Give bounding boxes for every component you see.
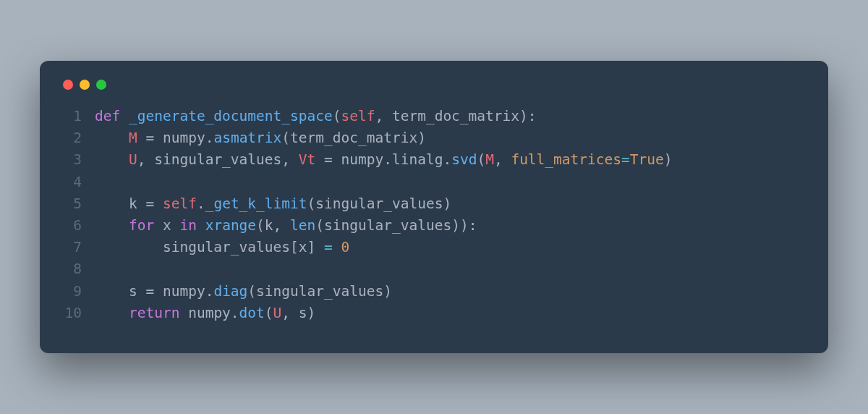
line-number: 8 (61, 258, 95, 280)
code-line: 4 (61, 172, 807, 193)
code-token: True (630, 151, 664, 168)
code-token: . (205, 130, 214, 146)
code-token: ) (383, 283, 392, 300)
code-token (95, 217, 129, 234)
code-token (95, 283, 129, 300)
line-number: 4 (61, 172, 95, 193)
code-token: . (197, 195, 205, 212)
code-token: ( (247, 283, 256, 300)
code-token: ( (307, 195, 316, 212)
code-token: = (621, 151, 630, 168)
code-token: ) (307, 305, 316, 321)
code-token: singular_values (256, 283, 383, 300)
line-number: 10 (61, 303, 95, 324)
code-token: ): (519, 108, 536, 124)
code-token: s (299, 305, 307, 321)
code-token: )): (451, 217, 477, 234)
code-token: svd (451, 151, 477, 168)
line-content: M = numpy.asmatrix(term_doc_matrix) (95, 127, 426, 149)
code-token: len (290, 217, 315, 234)
code-token: ( (265, 305, 273, 321)
code-token (95, 130, 129, 146)
code-line: 1def _generate_document_space(self, term… (61, 106, 807, 127)
code-token: numpy (163, 130, 205, 146)
line-number: 6 (61, 215, 95, 237)
code-token: U (129, 151, 137, 168)
code-token: self (163, 195, 197, 212)
code-token: numpy (163, 283, 205, 300)
code-line: 6 for x in xrange(k, len(singular_values… (61, 215, 807, 237)
code-token: s (129, 283, 145, 300)
code-token: term_doc_matrix (392, 108, 519, 124)
window-titlebar (61, 77, 807, 106)
code-token: Vt (299, 151, 315, 168)
code-token: numpy (188, 305, 231, 321)
line-number: 9 (61, 281, 95, 303)
code-token: def (95, 108, 129, 124)
code-token: . (231, 305, 239, 321)
code-token: , (137, 151, 154, 168)
code-line: 10 return numpy.dot(U, s) (61, 303, 807, 324)
code-line: 5 k = self._get_k_limit(singular_values) (61, 193, 807, 215)
code-token: x (299, 239, 307, 255)
code-token: . (383, 151, 392, 168)
window-minimize-icon[interactable] (80, 80, 90, 90)
line-content: s = numpy.diag(singular_values) (95, 281, 392, 303)
code-token: asmatrix (213, 130, 281, 146)
code-token: full_matrices (511, 151, 621, 168)
code-token: self (341, 108, 375, 124)
code-line: 8 (61, 258, 807, 280)
code-token: ( (333, 108, 341, 124)
code-line: 7 singular_values[x] = 0 (61, 237, 807, 258)
code-token: ) (443, 195, 451, 212)
code-token: . (205, 283, 214, 300)
code-token: , (273, 217, 290, 234)
line-content: singular_values[x] = 0 (95, 237, 349, 258)
line-number: 7 (61, 237, 95, 258)
code-token: 0 (341, 239, 350, 255)
window-zoom-icon[interactable] (96, 80, 106, 90)
code-token: ) (417, 130, 426, 146)
window-close-icon[interactable] (63, 80, 73, 90)
code-token: = (145, 283, 162, 300)
code-token (95, 195, 129, 212)
code-token: U (273, 305, 282, 321)
code-window: 1def _generate_document_space(self, term… (40, 61, 828, 353)
code-token: numpy (341, 151, 384, 168)
code-block[interactable]: 1def _generate_document_space(self, term… (61, 106, 807, 324)
code-token: _generate_document_space (129, 108, 333, 124)
code-token: . (443, 151, 451, 168)
code-token (95, 151, 129, 168)
code-token (95, 239, 163, 255)
code-token: x (163, 217, 179, 234)
code-token: , (375, 108, 391, 124)
code-token: M (129, 130, 137, 146)
code-token: dot (239, 305, 265, 321)
code-token: M (485, 151, 494, 168)
code-line: 9 s = numpy.diag(singular_values) (61, 281, 807, 303)
code-token: ] (307, 239, 324, 255)
line-number: 1 (61, 106, 95, 127)
code-line: 2 M = numpy.asmatrix(term_doc_matrix) (61, 127, 807, 149)
code-token: return (129, 305, 188, 321)
code-token: , (281, 151, 298, 168)
code-token: linalg (392, 151, 443, 168)
code-token: for (129, 217, 163, 234)
code-token: [ (290, 239, 299, 255)
code-token: singular_values (324, 217, 451, 234)
code-token: singular_values (154, 151, 281, 168)
code-token: k (129, 195, 145, 212)
code-token: = (137, 130, 163, 146)
line-number: 5 (61, 193, 95, 215)
code-token: diag (213, 283, 247, 300)
code-token: , (494, 151, 511, 168)
code-token: singular_values (163, 239, 290, 255)
code-token: , (281, 305, 298, 321)
code-token: ( (281, 130, 290, 146)
code-token: k (265, 217, 273, 234)
code-token (95, 305, 129, 321)
line-content: U, singular_values, Vt = numpy.linalg.sv… (95, 149, 672, 171)
code-token: = (315, 151, 341, 168)
code-line: 3 U, singular_values, Vt = numpy.linalg.… (61, 149, 807, 171)
code-token: in (179, 217, 205, 234)
